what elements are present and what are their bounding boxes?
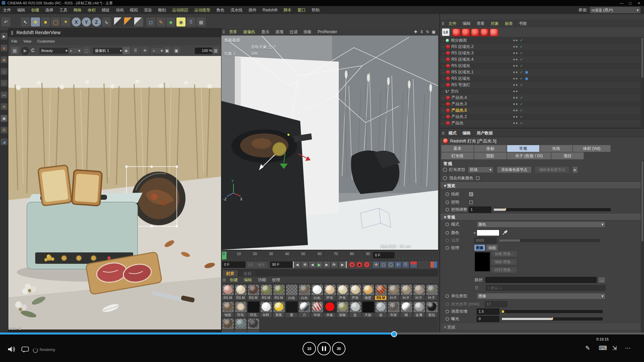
om-menu-tags[interactable]: 标签	[502, 19, 516, 27]
snap-icon[interactable]: ◢	[1, 138, 7, 145]
exposure-slider[interactable]	[501, 317, 603, 320]
texture-image-toggle[interactable]: 图像	[474, 244, 485, 251]
om-menu-edit[interactable]: 编辑	[460, 19, 474, 27]
tab-project[interactable]: 项目	[551, 152, 584, 160]
texture-thumbnail[interactable]	[475, 252, 490, 272]
material-item[interactable]: RS M	[222, 284, 233, 300]
menu-select[interactable]: 选择	[42, 6, 56, 14]
mat-menu-function[interactable]: 功能	[255, 277, 269, 284]
object-row[interactable]: –产品光.2✓	[440, 114, 640, 120]
material-item[interactable]: 芦苇	[324, 284, 335, 300]
general-section-header[interactable]: ▾ 常规	[441, 214, 644, 221]
unit-type-dropdown[interactable]: 图像▾	[477, 293, 605, 299]
render-settings-button[interactable]	[134, 17, 143, 26]
wireframe-checkbox[interactable]: ✓	[469, 192, 474, 197]
lock-camera-icon[interactable]: ◈	[122, 47, 130, 54]
last-tool-icon[interactable]: ✚	[61, 17, 70, 26]
object-row[interactable]: –RS 区域光.3✓	[440, 50, 640, 56]
find-image-button[interactable]: 找到 图像...	[491, 267, 517, 273]
object-row[interactable]: –RS 区域光.2✓	[440, 44, 640, 50]
anim-dot-icon[interactable]	[445, 294, 449, 298]
material-item[interactable]: 叶子	[400, 284, 412, 300]
object-row[interactable]: –RS 区域光✓	[440, 63, 640, 69]
tab-coordinates[interactable]: 坐标	[239, 270, 256, 277]
material-item[interactable]: 牛排	[388, 301, 399, 317]
material-item[interactable]	[222, 318, 233, 334]
material-item[interactable]: 木板	[324, 301, 335, 317]
maximize-button[interactable]: ▢	[626, 1, 635, 5]
material-item[interactable]: 牛排	[311, 301, 323, 317]
material-item[interactable]: 叶子	[413, 284, 425, 300]
material-item[interactable]: 叶子	[426, 284, 437, 300]
keyframe-film-icon[interactable]	[410, 261, 417, 268]
anim-dot-icon[interactable]	[445, 223, 449, 226]
viewport-solo-icon[interactable]: Ⓢ	[1, 127, 7, 133]
anim-dot-icon[interactable]	[443, 176, 447, 180]
material-item[interactable]	[248, 318, 259, 334]
end-frame-field[interactable]: 90 F	[270, 261, 293, 268]
tab-materials[interactable]: 材质	[222, 270, 238, 277]
load-image-button[interactable]: 加载 图像...	[491, 251, 517, 257]
record-keyframe-button[interactable]: ●	[349, 261, 355, 268]
layer-field[interactable]: < 默认 >	[486, 285, 606, 291]
select-tool-icon[interactable]: ↖	[21, 17, 30, 26]
mat-menu-edit[interactable]: 编辑	[241, 277, 255, 284]
anim-dot-icon[interactable]	[445, 239, 449, 242]
material-item[interactable]: 叶子	[388, 284, 399, 300]
loop-mode-button[interactable]: ⟲	[301, 261, 309, 268]
pencil-icon[interactable]: ✎	[585, 345, 590, 352]
move-tool-icon[interactable]: ✚	[31, 17, 40, 26]
current-frame-field[interactable]: 0 F	[222, 261, 246, 268]
rs-dome-light-button[interactable]	[471, 28, 480, 37]
material-item[interactable]: 地面	[222, 301, 233, 317]
mode-dropdown[interactable]: 颜色▾	[477, 221, 605, 228]
rotate-tool-icon[interactable]: ◯	[51, 17, 60, 26]
material-item[interactable]: 胡椒	[337, 301, 348, 317]
material-item[interactable]: RS M	[260, 284, 272, 300]
render-view-button[interactable]	[114, 17, 123, 26]
axis-y-toggle[interactable]: Y	[82, 17, 91, 26]
menu-script[interactable]: 脚本	[280, 6, 294, 14]
save-image-icon[interactable]: ▤	[11, 47, 18, 54]
ruler-frame-field[interactable]: 0 F	[373, 252, 394, 258]
rotate-view-icon[interactable]: ↻	[425, 29, 431, 35]
browse-path-button[interactable]: ...	[598, 277, 605, 283]
material-item[interactable]: 金属	[413, 301, 425, 317]
mat-menu-create[interactable]: 创建	[227, 277, 241, 284]
material-item[interactable]: 羽毛	[248, 301, 259, 317]
tag-icon[interactable]	[525, 71, 528, 74]
menu-sculpt[interactable]: 雕刻	[155, 6, 169, 14]
edges-mode-icon[interactable]: ▭	[1, 92, 7, 98]
sphere-preview-dropdown[interactable]: ◐▾	[68, 48, 82, 54]
play-button[interactable]: ▶	[316, 261, 323, 268]
rs-camera-button[interactable]	[480, 28, 489, 37]
chat-icon[interactable]	[21, 347, 29, 353]
menu-file[interactable]: 文件	[0, 6, 14, 14]
anim-dot-icon[interactable]	[445, 231, 449, 235]
fit-image-icon[interactable]: ▥	[212, 47, 219, 54]
enable-axis-icon[interactable]: ▣	[1, 115, 7, 122]
vp-menu-view[interactable]: 查看	[226, 28, 240, 36]
anim-dot-icon[interactable]	[445, 302, 449, 306]
tab-lightgroup[interactable]: 灯光组	[441, 152, 474, 160]
autokey-button[interactable]: ◉	[356, 261, 363, 268]
temperature-field[interactable]: 6500	[474, 237, 497, 244]
tab-photon[interactable]: 光子 (焦散 / GI)	[507, 152, 551, 160]
illum-adjust-slider[interactable]	[493, 208, 611, 211]
attr-scrollbar[interactable]	[641, 160, 644, 361]
video-progress-knob[interactable]	[391, 331, 397, 337]
axis-x-toggle[interactable]: X	[72, 17, 81, 26]
rendered-image[interactable]	[8, 56, 221, 329]
om-menu-objects[interactable]: 对象	[488, 19, 502, 27]
material-item[interactable]: RS M	[273, 284, 284, 300]
pan-view-icon[interactable]: ✚	[413, 29, 419, 35]
anim-dot-icon[interactable]	[443, 168, 447, 172]
material-item[interactable]: 大蒜	[362, 301, 374, 317]
menu-redshift[interactable]: Redshift	[260, 6, 280, 14]
menu-pipeline[interactable]: 流水线	[227, 6, 246, 14]
illumination-checkbox[interactable]	[469, 200, 474, 205]
timeline-ruler[interactable]: 0 10 20 30 40 50 60 70 80 90 0 F	[221, 250, 438, 260]
points-mode-icon[interactable]: ∴	[1, 80, 7, 86]
aov-dropdown[interactable]: Beauty▾	[39, 48, 69, 54]
menu-snap[interactable]: 捕捉	[99, 6, 113, 14]
